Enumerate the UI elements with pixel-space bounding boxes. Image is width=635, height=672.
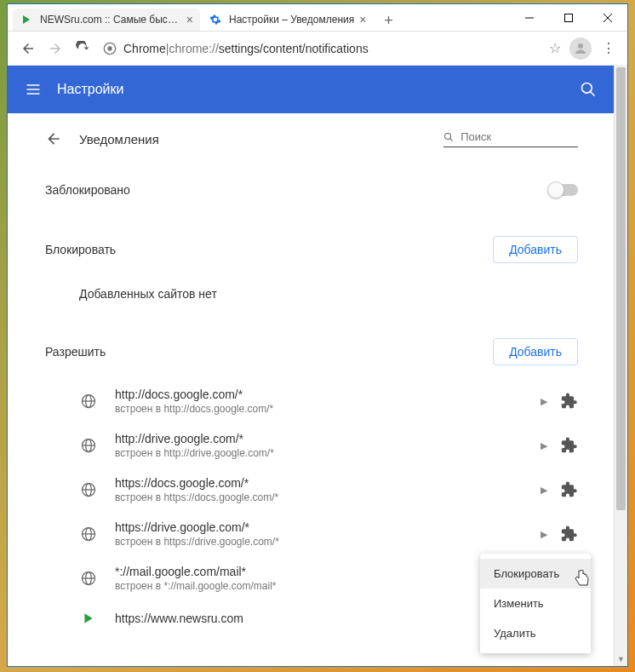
svg-rect-2 [565,14,573,22]
address-path: settings/content/notifications [219,42,369,55]
allow-section-header: Разрешить Добавить [45,325,614,379]
site-embed: встроен в https://drive.google.com/* [115,536,527,548]
extension-icon[interactable] [561,526,578,543]
site-url: https://docs.google.com/* [115,476,527,490]
globe-icon [79,392,98,411]
gear-icon [209,13,222,26]
svg-point-7 [578,43,583,49]
svg-point-8 [582,83,592,94]
site-url: *://mail.google.com/mail* [115,565,527,578]
settings-title: Настройки [57,82,580,97]
block-empty-message: Добавленных сайтов нет [45,277,614,311]
site-text: *://mail.google.com/mail*встроен в *://m… [115,565,527,592]
address-bar[interactable]: Chrome | chrome:// settings/content/noti… [103,37,539,60]
site-embed: встроен в https://docs.google.com/* [115,491,527,503]
back-arrow-icon[interactable] [45,130,62,147]
tab-close-icon[interactable]: × [186,13,193,26]
site-text: http://drive.google.com/*встроен в http:… [115,432,527,459]
tab-title: Настройки – Уведомления [229,14,354,26]
site-text: http://docs.google.com/*встроен в http:/… [115,388,527,415]
tab-close-icon[interactable]: × [359,13,366,26]
globe-icon [79,609,98,628]
svg-marker-27 [84,613,92,623]
block-section-title: Блокировать [45,243,493,256]
site-expand-icon[interactable]: ▶ [541,396,547,407]
forward-button[interactable] [42,35,69,62]
extension-icon[interactable] [561,481,578,498]
page-title: Уведомления [79,132,159,146]
site-row[interactable]: http://docs.google.com/*встроен в http:/… [45,379,614,423]
site-url: http://docs.google.com/* [115,388,527,401]
blocked-toggle-row: Заблокировано [45,171,614,209]
close-button[interactable] [588,4,627,32]
new-tab-button[interactable]: + [378,10,398,31]
add-block-button[interactable]: Добавить [493,236,578,263]
scrollbar-thumb[interactable] [616,67,626,510]
blocked-label: Заблокировано [45,183,549,197]
site-expand-icon[interactable]: ▶ [541,529,547,540]
reload-button[interactable] [69,35,96,62]
context-item-edit[interactable]: Изменить [480,589,591,618]
globe-icon [79,480,98,499]
globe-icon [79,436,98,455]
toolbar: Chrome | chrome:// settings/content/noti… [8,32,627,66]
site-url: http://drive.google.com/* [115,432,527,445]
site-text: https://docs.google.com/*встроен в https… [115,476,527,503]
svg-point-6 [107,46,112,50]
maximize-button[interactable] [549,4,588,32]
cursor-icon [574,569,591,588]
blocked-toggle[interactable] [549,184,578,196]
extension-icon[interactable] [561,437,578,454]
window-controls [510,4,627,31]
address-proto: chrome:// [169,42,218,55]
back-button[interactable] [14,35,42,62]
svg-line-9 [591,92,595,96]
chrome-icon [103,42,117,55]
tabs-area: NEWSru.com :: Самые быстрые × Настройки … [8,4,510,31]
globe-icon [79,569,98,588]
content-scrollbar[interactable]: ▲ ▼ [614,66,627,666]
header-search-icon[interactable] [580,81,597,98]
svg-point-10 [445,133,451,139]
tab-title: NEWSru.com :: Самые быстрые [40,14,181,26]
site-text: https://drive.google.com/*встроен в http… [115,520,527,548]
context-item-delete[interactable]: Удалить [480,618,591,648]
profile-avatar[interactable] [569,37,592,60]
globe-icon [79,525,98,543]
hamburger-icon[interactable] [25,81,42,98]
add-allow-button[interactable]: Добавить [493,338,578,365]
site-row[interactable]: http://drive.google.com/*встроен в http:… [45,423,614,468]
block-section-header: Блокировать Добавить [45,222,614,277]
tab-settings[interactable]: Настройки – Уведомления × [202,9,373,31]
address-prefix: Chrome [123,42,166,55]
extension-icon[interactable] [561,393,578,410]
scroll-down-icon[interactable]: ▼ [615,652,627,666]
settings-header: Настройки [8,66,614,113]
titlebar: NEWSru.com :: Самые быстрые × Настройки … [8,4,627,32]
site-expand-icon[interactable]: ▶ [541,440,547,451]
tab-newsru[interactable]: NEWSru.com :: Самые быстрые × [13,9,200,31]
bookmark-star-icon[interactable]: ☆ [549,40,561,56]
svg-line-11 [450,138,453,141]
minimize-button[interactable] [510,4,549,32]
site-expand-icon[interactable]: ▶ [541,485,547,496]
site-row[interactable]: https://docs.google.com/*встроен в https… [45,468,614,512]
menu-button[interactable]: ⋮ [597,40,621,56]
search-input[interactable] [461,130,578,143]
site-embed: встроен в http://drive.google.com/* [115,447,527,459]
site-url: https://drive.google.com/* [115,520,527,534]
allow-section-title: Разрешить [45,345,493,359]
site-embed: встроен в *://mail.google.com/mail* [115,580,527,592]
svg-marker-0 [23,15,30,24]
newsru-favicon-icon [20,13,33,26]
page-header: Уведомления [45,130,614,147]
search-field[interactable] [443,130,578,147]
search-icon [443,131,454,143]
site-embed: встроен в http://docs.google.com/* [115,403,527,415]
site-row[interactable]: https://drive.google.com/*встроен в http… [45,512,614,556]
